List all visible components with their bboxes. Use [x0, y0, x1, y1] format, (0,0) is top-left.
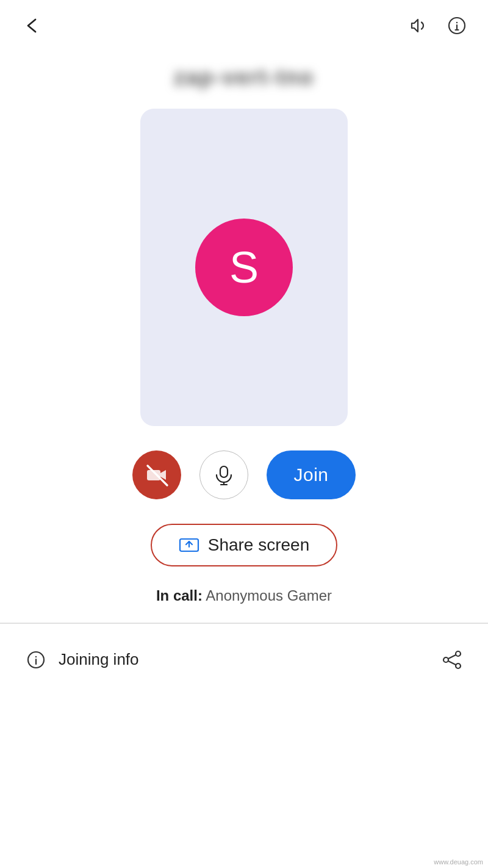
share-screen-button[interactable]: Share screen	[151, 524, 338, 566]
video-toggle-button[interactable]	[132, 450, 181, 499]
back-button[interactable]	[17, 11, 46, 40]
call-title: zap-vert-tno	[12, 65, 476, 90]
joining-info-area: Joining info	[22, 646, 139, 674]
avatar-letter: S	[229, 242, 259, 292]
share-button[interactable]	[438, 646, 466, 674]
back-arrow-icon	[22, 16, 41, 35]
video-card: S	[140, 109, 348, 426]
divider	[0, 623, 488, 624]
video-off-icon	[144, 462, 170, 488]
svg-point-10	[35, 656, 37, 657]
svg-point-12	[456, 664, 461, 668]
share-screen-label: Share screen	[208, 535, 310, 555]
joining-info-icon-button[interactable]	[22, 646, 50, 674]
mic-icon	[213, 464, 235, 486]
share-screen-area: Share screen	[0, 518, 488, 579]
mic-toggle-button[interactable]	[199, 450, 248, 499]
info-circle-icon	[447, 15, 467, 36]
svg-rect-4	[220, 466, 228, 477]
info-icon	[26, 649, 46, 670]
joining-info-label: Joining info	[59, 650, 139, 669]
header	[0, 0, 488, 46]
header-right	[404, 12, 471, 40]
svg-point-11	[456, 651, 461, 656]
avatar: S	[195, 219, 293, 316]
header-left	[17, 11, 46, 40]
share-icon	[442, 649, 462, 670]
svg-line-15	[448, 661, 456, 665]
in-call-name: Anonymous Gamer	[206, 587, 332, 604]
bottom-bar: Joining info	[0, 630, 488, 690]
watermark: www.deuag.com	[434, 858, 483, 866]
controls-row: Join	[0, 444, 488, 518]
in-call-area: In call: Anonymous Gamer	[0, 579, 488, 617]
svg-point-1	[456, 22, 458, 23]
speaker-button[interactable]	[404, 12, 432, 40]
info-circle-button[interactable]	[443, 12, 471, 40]
in-call-prefix: In call:	[156, 587, 203, 604]
join-button[interactable]: Join	[267, 450, 355, 499]
call-title-area: zap-vert-tno	[0, 46, 488, 103]
share-screen-icon	[179, 535, 199, 555]
svg-line-14	[448, 655, 456, 659]
video-card-area: S	[0, 103, 488, 444]
speaker-icon	[407, 15, 428, 36]
svg-point-13	[443, 657, 448, 662]
